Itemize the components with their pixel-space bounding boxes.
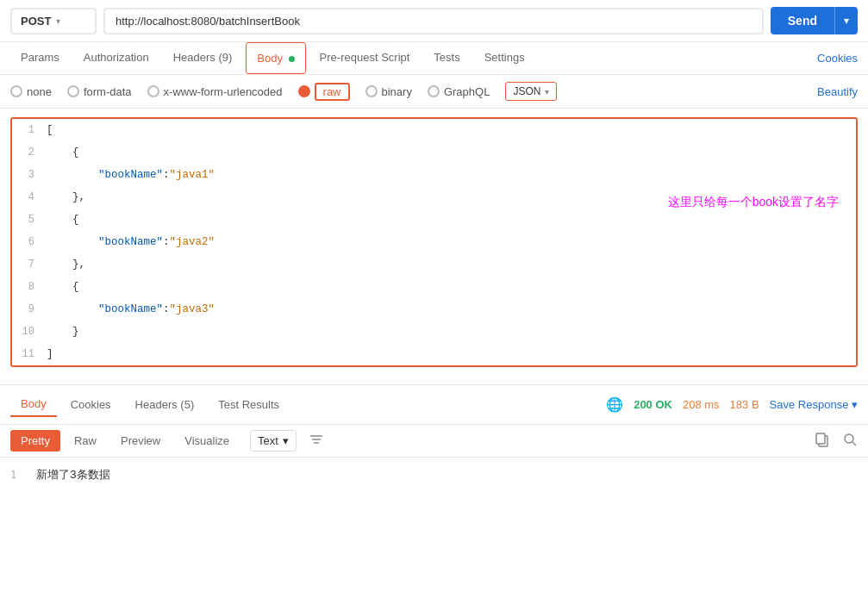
fmt-tab-raw[interactable]: Raw [64, 430, 107, 452]
method-label: POST [21, 15, 51, 28]
code-line-8: 8 { [12, 276, 856, 298]
status-size: 183 B [730, 398, 759, 411]
response-icons [815, 432, 858, 450]
bottom-tab-test-results[interactable]: Test Results [208, 393, 290, 416]
copy-icon[interactable] [815, 432, 830, 450]
beautify-link[interactable]: Beautify [817, 85, 858, 98]
globe-icon: 🌐 [606, 396, 623, 413]
radio-raw-circle [298, 85, 310, 97]
url-input[interactable] [103, 8, 764, 34]
bottom-tab-headers[interactable]: Headers (5) [125, 393, 205, 416]
tab-body[interactable]: Body [246, 42, 305, 74]
send-button[interactable]: Send [771, 7, 834, 34]
annotation-text: 这里只给每一个book设置了名字 [668, 195, 839, 210]
status-ok: 200 OK [634, 398, 672, 411]
fmt-tab-pretty[interactable]: Pretty [10, 430, 60, 452]
text-dropdown[interactable]: Text ▾ [250, 430, 297, 452]
code-line-10: 10 } [12, 321, 856, 343]
filter-icon[interactable] [309, 432, 324, 451]
send-dropdown-button[interactable]: ▾ [834, 7, 858, 34]
status-info: 🌐 200 OK 208 ms 183 B Save Response ▾ [606, 396, 858, 413]
method-dropdown-arrow: ▾ [56, 16, 60, 26]
code-line-5: 5 { [12, 209, 856, 231]
svg-point-5 [845, 434, 853, 443]
response-format-row: Pretty Raw Preview Visualize Text ▾ [0, 425, 868, 458]
method-select[interactable]: POST ▾ [10, 8, 97, 34]
radio-form-data[interactable]: form-data [67, 85, 132, 98]
code-line-6: 6 "bookName":"java2" [12, 231, 856, 253]
text-dropdown-arrow: ▾ [283, 434, 289, 447]
radio-raw[interactable]: raw [298, 83, 350, 101]
radio-binary[interactable]: binary [365, 85, 412, 98]
body-dot [289, 56, 295, 62]
json-label: JSON [513, 85, 540, 97]
code-line-7: 7 }, [12, 253, 856, 276]
save-response-link[interactable]: Save Response ▾ [770, 398, 858, 411]
bottom-bar: Body Cookies Headers (5) Test Results 🌐 … [0, 385, 868, 425]
raw-label: raw [315, 83, 350, 101]
radio-none[interactable]: none [10, 85, 52, 98]
status-time: 208 ms [683, 398, 720, 411]
code-line-1: 1 [ [12, 119, 856, 141]
json-dropdown[interactable]: JSON ▾ [505, 82, 557, 101]
code-editor[interactable]: 1 [ 2 { 3 "bookName":"java1" 4 }, 5 { 6 … [10, 117, 858, 367]
json-dropdown-arrow: ▾ [545, 87, 549, 97]
radio-urlencoded-circle [147, 85, 159, 97]
response-body: 1 新增了3条数据 [0, 458, 868, 492]
radio-binary-circle [365, 85, 378, 97]
svg-line-6 [852, 442, 856, 445]
tab-headers[interactable]: Headers (9) [163, 42, 243, 74]
body-type-row: none form-data x-www-form-urlencoded raw… [0, 75, 868, 109]
radio-graphql[interactable]: GraphQL [428, 85, 490, 98]
top-bar: POST ▾ Send ▾ [0, 0, 868, 42]
radio-form-data-circle [67, 85, 79, 97]
tab-pre-request-script[interactable]: Pre-request Script [309, 42, 421, 74]
search-icon[interactable] [842, 432, 858, 450]
radio-graphql-circle [428, 85, 440, 97]
response-line-1: 1 新增了3条数据 [10, 464, 858, 485]
svg-rect-4 [816, 433, 825, 444]
cookies-link[interactable]: Cookies [817, 52, 858, 65]
fmt-tab-preview[interactable]: Preview [110, 430, 171, 452]
bottom-tab-body[interactable]: Body [10, 392, 57, 417]
code-line-9: 9 "bookName":"java3" [12, 298, 856, 321]
code-line-11: 11 ] [12, 343, 856, 365]
radio-none-circle [10, 85, 22, 97]
radio-urlencoded[interactable]: x-www-form-urlencoded [147, 85, 283, 98]
tab-tests[interactable]: Tests [423, 42, 470, 74]
fmt-tab-visualize[interactable]: Visualize [174, 430, 240, 452]
tab-settings[interactable]: Settings [474, 42, 535, 74]
send-group: Send ▾ [771, 7, 858, 34]
tab-authorization[interactable]: Authorization [73, 42, 159, 74]
bottom-tab-cookies[interactable]: Cookies [60, 393, 122, 416]
tab-params[interactable]: Params [10, 42, 70, 74]
code-line-3: 3 "bookName":"java1" [12, 164, 856, 186]
code-line-2: 2 { [12, 141, 856, 164]
nav-tabs: Params Authorization Headers (9) Body Pr… [0, 42, 868, 75]
response-text: 新增了3条数据 [36, 467, 110, 483]
text-dropdown-label: Text [258, 434, 278, 447]
